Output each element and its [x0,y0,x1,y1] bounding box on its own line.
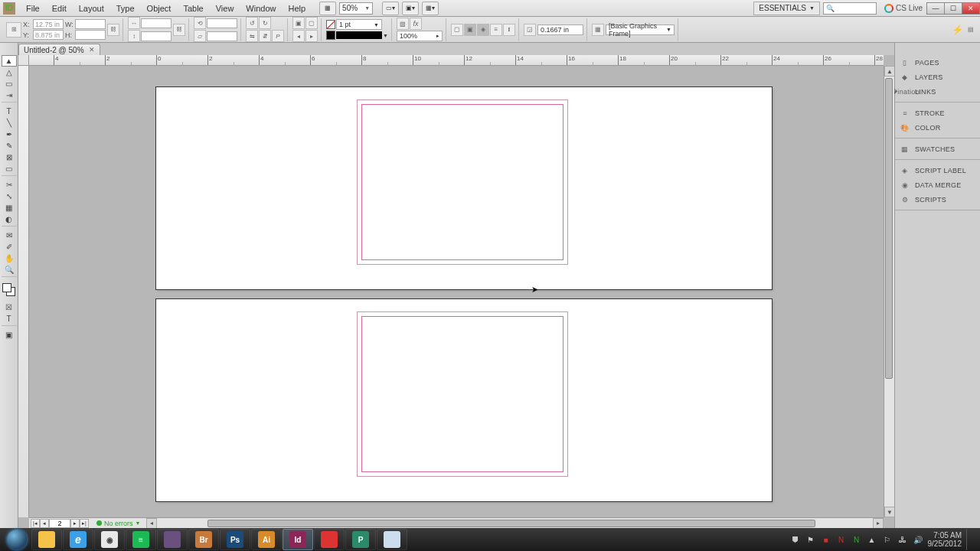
reference-point-icon[interactable]: ⊞ [6,22,21,37]
wrap-jump-icon[interactable]: ≡ [490,24,502,36]
zoom-tool[interactable]: 🔍 [2,264,17,277]
direct-selection-tool[interactable]: △ [2,67,17,78]
tray-flag-icon[interactable]: ⚑ [805,534,816,545]
height-input[interactable] [75,30,106,40]
show-desktop-button[interactable] [966,529,972,550]
page-spread-1[interactable] [156,87,772,289]
arrange-icon[interactable]: ▦▾ [422,2,439,15]
hand-tool[interactable]: ✋ [2,253,17,264]
panel-menu-icon[interactable]: ▤ [965,24,977,36]
view-options-icon[interactable]: ▭▾ [382,2,399,15]
ruler-origin[interactable] [18,55,29,66]
rectangle-tool[interactable]: ▭ [2,163,17,176]
scale-link-icon[interactable]: ⛓ [173,24,185,36]
next-page-button[interactable]: ▸ [70,519,80,528]
vertical-ruler[interactable] [18,66,29,517]
panel-scripts[interactable]: ⚙SCRIPTS [895,192,980,207]
panel-script-label[interactable]: ◈SCRIPT LABEL [895,163,980,178]
type-tool[interactable]: T [2,106,17,117]
page-spread-2[interactable] [156,299,772,501]
shear-input[interactable] [207,31,237,41]
pasteboard[interactable]: ➤ [29,66,884,517]
select-container-icon[interactable]: ▣ [292,17,305,29]
menu-help[interactable]: Help [282,0,312,17]
wrap-column-icon[interactable]: ⫿ [503,24,515,36]
minimize-button[interactable]: — [926,2,945,15]
rotate-ccw-icon[interactable]: ↺ [246,17,258,29]
taskbar-app-app1[interactable] [157,529,188,550]
tray-action-icon[interactable]: ⚐ [882,534,893,545]
eyedropper-tool[interactable]: ✐ [2,241,17,253]
zoom-level[interactable]: 50%▼ [339,2,373,15]
rotate-cw-icon[interactable]: ↻ [259,17,271,29]
panel-data-merge[interactable]: ◉DATA MERGE [895,178,980,192]
scroll-down-button[interactable]: ▼ [884,507,894,517]
panel-layers[interactable]: ◆LAYERS [895,70,980,84]
start-button[interactable] [3,529,31,550]
tray-network-icon[interactable]: 🖧 [897,534,908,545]
menu-file[interactable]: File [20,0,46,17]
close-button[interactable]: ✕ [962,2,980,15]
tray-volume-icon[interactable]: 🔊 [913,534,923,545]
fill-stroke-swatches[interactable] [2,283,16,297]
stroke-style-preview[interactable] [336,31,382,39]
panel-stroke[interactable]: ≡STROKE [895,106,980,120]
apply-none-icon[interactable]: ☒ [2,302,17,313]
search-input[interactable]: 🔍 [823,2,877,15]
width-input[interactable] [75,19,106,29]
menu-edit[interactable]: Edit [46,0,73,17]
taskbar-app-acrobat[interactable] [314,529,345,550]
wrap-shape-icon[interactable]: ◈ [477,24,489,36]
taskbar-app-spotify[interactable]: ≡ [126,529,156,550]
stroke-weight-input[interactable]: 1 pt▼ [336,19,382,30]
panel-pages[interactable]: ▯PAGES [895,55,980,70]
select-content-icon[interactable]: ▢ [305,17,318,29]
object-style-select[interactable]: [Basic Graphics Frame]▼ [606,24,675,35]
fx-icon[interactable]: fx [410,18,422,30]
scale-x-input[interactable] [141,18,172,28]
x-position-input[interactable] [33,19,64,29]
object-style-icon[interactable]: ▦ [592,24,604,36]
prev-page-button[interactable]: ◂ [40,519,49,528]
tab-close-icon[interactable]: ✕ [89,46,95,54]
constrain-proportions-icon[interactable]: ⛓ [107,24,119,36]
fill-swatch[interactable] [326,20,335,29]
scroll-left-button[interactable]: ◂ [146,518,157,529]
workspace-switcher[interactable]: ESSENTIALS▼ [753,2,820,15]
menu-object[interactable]: Object [141,0,178,17]
paragraph-icon[interactable]: P [272,30,284,42]
taskbar-app-chrome[interactable]: ◉ [94,529,125,550]
quick-apply-icon[interactable]: ⚡ [952,24,963,35]
tray-up-icon[interactable]: ▲ [867,534,877,545]
pen-tool[interactable]: ✒ [2,129,17,140]
taskbar-clock[interactable]: 7:05 AM 9/25/2012 [928,531,962,548]
horizontal-ruler[interactable]: 420246810121416182022242628 [29,55,884,66]
gradient-feather-tool[interactable]: ◐ [2,214,17,227]
flip-h-icon[interactable]: ⇋ [246,30,258,42]
pencil-tool[interactable]: ✎ [2,140,17,152]
menu-view[interactable]: View [210,0,240,17]
panel-links[interactable]: �inationLINKS [895,84,980,99]
taskbar-app-publisher[interactable]: P [345,529,376,550]
scissors-tool[interactable]: ✂ [2,179,17,191]
scroll-right-button[interactable]: ▸ [873,518,884,529]
tray-shield-icon[interactable]: ⛊ [790,534,801,545]
note-tool[interactable]: ✉ [2,230,17,241]
cs-live-button[interactable]: CS Live [884,4,923,13]
gradient-swatch-tool[interactable]: ▦ [2,202,17,214]
menu-type[interactable]: Type [110,0,141,17]
y-position-input[interactable] [33,30,64,40]
taskbar-app-explorer[interactable] [31,529,62,550]
panel-swatches[interactable]: ▦SWATCHES [895,142,980,156]
wrap-none-icon[interactable]: ▢ [451,24,463,36]
free-transform-tool[interactable]: ⤡ [2,191,17,202]
scroll-thumb-v[interactable] [885,78,893,379]
scale-y-input[interactable] [141,31,172,41]
formatting-icon[interactable]: T [2,313,17,326]
drop-shadow-icon[interactable]: ▨ [397,18,409,30]
opacity-input[interactable]: 100%▸ [397,31,443,41]
page-tool[interactable]: ▭ [2,78,17,90]
page-number-input[interactable] [49,519,70,528]
taskbar-app-indesign[interactable]: Id [283,529,313,550]
preflight-status[interactable]: No errors▼ [96,520,140,527]
